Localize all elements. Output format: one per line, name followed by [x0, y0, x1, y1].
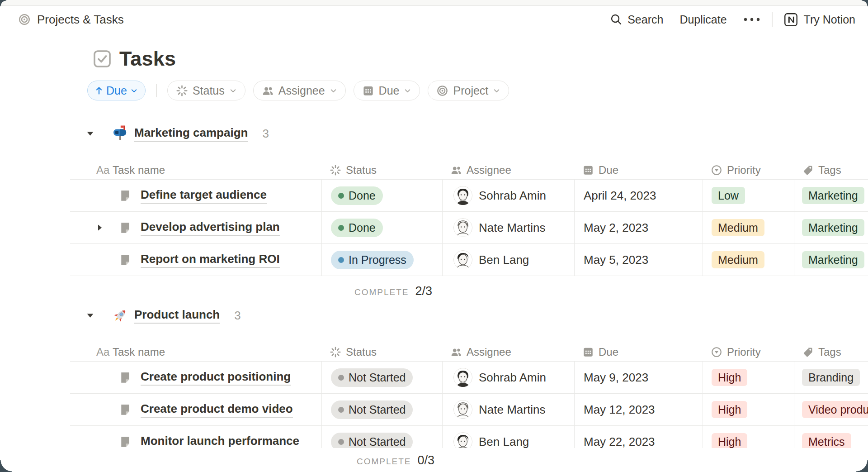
priority-cell: Medium — [703, 212, 794, 243]
priority-pill[interactable]: High — [712, 401, 747, 418]
table-header: Aa Task name Status — [70, 343, 868, 362]
search-label: Search — [627, 13, 663, 26]
topbar-divider — [772, 12, 773, 27]
status-cell: Not Started — [321, 362, 442, 393]
status-pill[interactable]: Done — [331, 219, 383, 237]
filter-label: Project — [453, 84, 488, 97]
column-header-due[interactable]: Due — [574, 161, 703, 179]
priority-pill[interactable]: High — [712, 369, 747, 386]
assignee-cell[interactable]: Ben Lang — [442, 244, 574, 276]
due-date[interactable]: May 12, 2023 — [584, 403, 655, 417]
row-expand-toggle[interactable] — [95, 223, 104, 232]
status-pill[interactable]: Not Started — [331, 368, 413, 387]
priority-cell: High — [703, 362, 794, 393]
search-button[interactable]: Search — [610, 13, 663, 26]
column-header-priority[interactable]: Priority — [703, 161, 794, 179]
column-header-task-name[interactable]: Aa Task name — [70, 343, 321, 361]
column-header-status[interactable]: Status — [321, 161, 442, 179]
status-pill[interactable]: Not Started — [331, 400, 413, 419]
tag-pill[interactable]: Marketing — [802, 187, 864, 204]
column-header-priority[interactable]: Priority — [703, 343, 794, 361]
duplicate-label: Duplicate — [679, 13, 726, 26]
priority-pill[interactable]: Medium — [712, 219, 764, 236]
tags-cell: Marketing — [794, 212, 868, 243]
assignee-cell[interactable]: Sohrab Amin — [442, 362, 574, 393]
column-header-assignee[interactable]: Assignee — [442, 161, 574, 179]
tag-pill[interactable]: Marketing — [802, 219, 864, 236]
table-header: Aa Task name Status — [70, 161, 868, 180]
breadcrumb[interactable]: Projects & Tasks — [18, 5, 124, 33]
due-cell: May 12, 2023 — [574, 394, 703, 425]
filter-label: Status — [193, 84, 225, 97]
due-date[interactable]: May 2, 2023 — [584, 221, 648, 235]
assignee-cell[interactable]: Sohrab Amin — [442, 180, 574, 211]
calendar-icon — [362, 85, 374, 97]
tags-cell: Marketing — [794, 180, 868, 211]
priority-pill[interactable]: Medium — [712, 251, 764, 268]
table-row[interactable]: Create product positioning Not Started — [70, 362, 868, 394]
page-title: Tasks — [119, 47, 176, 71]
page-icon — [119, 221, 132, 234]
filter-pill-status[interactable]: Status — [167, 81, 245, 100]
task-title[interactable]: Create product positioning — [141, 370, 291, 386]
due-date[interactable]: May 5, 2023 — [584, 253, 648, 267]
column-label: Priority — [727, 346, 761, 358]
task-title[interactable]: Develop advertising plan — [141, 220, 280, 236]
chevron-down-icon — [404, 87, 411, 95]
assignee-cell[interactable]: Nate Martins — [442, 394, 574, 425]
task-title[interactable]: Monitor launch performance — [141, 434, 299, 450]
group-title[interactable]: Product launch — [134, 308, 220, 324]
complete-label: COMPLETE — [354, 287, 409, 297]
due-date[interactable]: April 24, 2023 — [584, 189, 656, 203]
sort-pill-due[interactable]: Due — [87, 81, 146, 100]
filter-pill-due[interactable]: Due — [354, 81, 420, 100]
tag-pill[interactable]: Branding — [802, 369, 860, 386]
due-date[interactable]: May 22, 2023 — [584, 435, 655, 449]
due-cell: April 24, 2023 — [574, 180, 703, 211]
table-row[interactable]: Develop advertising plan Done — [70, 212, 868, 244]
view-toolbar: Due Status — [87, 81, 517, 100]
table-row[interactable]: Report on marketing ROI In Progress — [70, 244, 868, 276]
duplicate-button[interactable]: Duplicate — [679, 13, 726, 26]
assignee-cell[interactable]: Nate Martins — [442, 212, 574, 243]
status-label: Not Started — [349, 371, 406, 384]
status-pill[interactable]: Done — [331, 186, 383, 205]
task-title[interactable]: Report on marketing ROI — [141, 252, 280, 268]
filter-pill-assignee[interactable]: Assignee — [253, 81, 346, 100]
tag-pill[interactable]: Video production — [802, 401, 868, 418]
status-cell: Done — [321, 180, 442, 211]
assignee-name: Ben Lang — [479, 253, 529, 267]
task-group: Product launch 3 Aa Task name — [70, 304, 868, 472]
group-collapse-toggle[interactable] — [85, 311, 95, 320]
group-collapse-toggle[interactable] — [85, 129, 95, 138]
table-row[interactable]: Define target audience Done — [70, 180, 868, 212]
task-title[interactable]: Create product demo video — [141, 402, 293, 418]
column-header-assignee[interactable]: Assignee — [442, 343, 574, 361]
assignee-name: Sohrab Amin — [479, 189, 546, 203]
status-dot-icon — [338, 225, 344, 231]
column-header-tags[interactable]: Tags — [794, 161, 868, 179]
assignee-name: Nate Martins — [479, 403, 545, 417]
column-header-tags[interactable]: Tags — [794, 343, 868, 361]
page-icon — [119, 371, 132, 384]
chevron-down-icon — [229, 87, 237, 95]
column-header-due[interactable]: Due — [574, 343, 703, 361]
group-title[interactable]: Marketing campaign — [134, 126, 248, 142]
more-options-button[interactable] — [743, 17, 760, 22]
priority-pill[interactable]: Low — [712, 187, 745, 204]
assignee-name: Nate Martins — [479, 221, 545, 235]
table-row[interactable]: Create product demo video Not Started — [70, 394, 868, 426]
status-pill[interactable]: In Progress — [331, 251, 414, 269]
column-header-status[interactable]: Status — [321, 343, 442, 361]
task-title[interactable]: Define target audience — [141, 188, 267, 204]
try-notion-button[interactable]: Try Notion — [784, 13, 855, 27]
text-type-icon: Aa — [96, 346, 109, 358]
due-date[interactable]: May 9, 2023 — [584, 371, 648, 385]
text-type-icon: Aa — [96, 164, 109, 176]
filter-label: Assignee — [278, 84, 325, 97]
column-label: Task name — [113, 346, 165, 358]
chevron-down-icon — [130, 87, 138, 95]
column-header-task-name[interactable]: Aa Task name — [70, 161, 321, 179]
tag-pill[interactable]: Marketing — [802, 251, 864, 268]
filter-pill-project[interactable]: Project — [428, 81, 509, 100]
